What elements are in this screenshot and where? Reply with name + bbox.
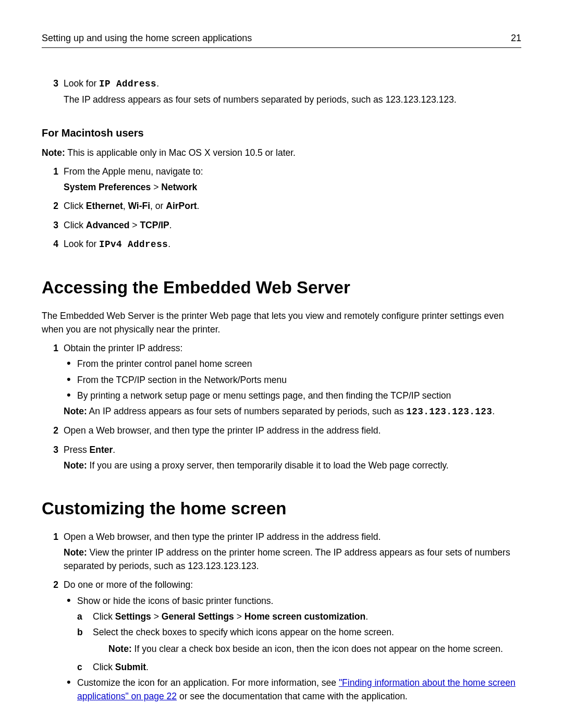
text: Click — [64, 220, 86, 230]
substep-b: b Select the check boxes to specify whic… — [77, 625, 521, 658]
list-item: From the printer control panel home scre… — [77, 357, 521, 371]
substep-a: a Click Settings > General Settings > Ho… — [77, 610, 521, 623]
step-body: From the Apple menu, navigate to: — [64, 165, 521, 178]
step-number: 4 — [46, 237, 64, 251]
button-submit-label: Submit — [115, 662, 146, 672]
path-segment: Home screen customization — [244, 611, 365, 622]
text: Click — [64, 201, 86, 211]
list-item: From the TCP/IP section in the Network/P… — [77, 373, 521, 387]
text: . — [169, 220, 172, 230]
text: . — [168, 239, 170, 249]
header-title: Setting up and using the home screen app… — [42, 31, 252, 45]
step-body: Click Advanced > TCP/IP. — [64, 218, 521, 232]
step-number: 3 — [46, 443, 64, 456]
mac-step-2: 2 Click Ethernet, Wi-Fi, or AirPort. — [46, 199, 521, 213]
path-segment: Advanced — [86, 220, 130, 230]
text: . — [156, 78, 159, 89]
mac-step-4: 4 Look for IPv4 Address. — [46, 237, 521, 251]
text: Press — [64, 445, 90, 455]
custom-step-2-bullets: Show or hide the icons of basic printer … — [64, 594, 521, 704]
note-label: Note: — [64, 406, 87, 416]
list-item: Show or hide the icons of basic printer … — [77, 594, 521, 674]
code-ip-address: IP Address — [99, 79, 156, 89]
heading-customizing-home: Customizing the home screen — [42, 496, 521, 522]
text: Select the check boxes to specify which … — [93, 627, 394, 637]
text: Look for — [64, 239, 99, 249]
text: Customize the icon for an application. F… — [77, 677, 339, 688]
text: . — [365, 611, 368, 622]
note-label: Note: — [64, 547, 87, 558]
path-segment: System Preferences — [64, 182, 151, 192]
code-ipv4-address: IPv4 Address — [99, 239, 168, 250]
text: . — [113, 445, 115, 455]
text: Look for — [64, 78, 99, 89]
note-text: View the printer IP address on the print… — [64, 547, 510, 571]
option-airport: AirPort — [166, 201, 197, 211]
separator: > — [151, 611, 162, 622]
letter: c — [77, 660, 93, 674]
text: , or — [150, 201, 166, 211]
step-number: 1 — [46, 341, 64, 355]
note-text: If you are using a proxy server, then te… — [87, 460, 449, 471]
step-body: Open a Web browser, and then type the pr… — [64, 424, 521, 437]
list-item: By printing a network setup page or menu… — [77, 389, 521, 402]
ews-intro: The Embedded Web Server is the printer W… — [42, 309, 521, 337]
mac-step-1-path: System Preferences > Network — [64, 180, 521, 194]
option-wifi: Wi-Fi — [128, 201, 151, 211]
text: Click — [93, 611, 115, 622]
heading-accessing-ews: Accessing the Embedded Web Server — [42, 275, 521, 301]
mac-step-1: 1 From the Apple menu, navigate to: — [46, 165, 521, 178]
option-ethernet: Ethernet — [86, 201, 123, 211]
custom-step-2: 2 Do one or more of the following: — [46, 578, 521, 591]
step-body: Click Ethernet, Wi-Fi, or AirPort. — [64, 199, 521, 213]
header-page-number: 21 — [511, 31, 521, 45]
mac-note: Note: This is applicable only in Mac OS … — [42, 146, 521, 159]
separator: > — [129, 220, 140, 230]
ews-step-1-bullets: From the printer control panel home scre… — [64, 357, 521, 402]
substep-c: c Click Submit. — [77, 660, 521, 674]
subheading-macintosh: For Macintosh users — [42, 125, 521, 141]
separator: > — [151, 182, 161, 192]
substep-body: Select the check boxes to specify which … — [93, 625, 521, 658]
text: Click — [93, 662, 115, 672]
code-ip-example: 123.123.123.123 — [406, 406, 492, 417]
step-body: Open a Web browser, and then type the pr… — [64, 530, 521, 544]
text: . — [492, 406, 495, 416]
mac-step-3: 3 Click Advanced > TCP/IP. — [46, 218, 521, 232]
note-label: Note: — [108, 644, 132, 654]
note-text: An IP address appears as four sets of nu… — [87, 406, 407, 416]
letter: b — [77, 625, 93, 658]
step-body: Obtain the printer IP address: — [64, 341, 521, 355]
path-segment: Settings — [115, 611, 151, 622]
step-number: 2 — [46, 578, 64, 591]
ews-step-3-note: Note: If you are using a proxy server, t… — [64, 459, 521, 472]
page-header: Setting up and using the home screen app… — [42, 31, 521, 48]
note-text: If you clear a check box beside an icon,… — [132, 644, 503, 654]
ews-step-1-note: Note: An IP address appears as four sets… — [64, 404, 521, 418]
path-segment: Network — [161, 182, 197, 192]
note-label: Note: — [42, 147, 65, 158]
text: , — [123, 201, 128, 211]
path-segment: General Settings — [162, 611, 234, 622]
ews-step-2: 2 Open a Web browser, and then type the … — [46, 424, 521, 437]
note-label: Note: — [64, 460, 87, 471]
list-item: Customize the icon for an application. F… — [77, 676, 521, 704]
substep-b-note: Note: If you clear a check box beside an… — [108, 642, 521, 656]
prev-step-desc: The IP address appears as four sets of n… — [64, 93, 521, 106]
note-text: This is applicable only in Mac OS X vers… — [65, 147, 296, 158]
step-number: 3 — [46, 77, 64, 91]
ews-step-1: 1 Obtain the printer IP address: — [46, 341, 521, 355]
letter: a — [77, 610, 93, 623]
step-number: 2 — [46, 424, 64, 437]
step-body: Look for IP Address. — [64, 77, 521, 91]
prev-step-3: 3 Look for IP Address. — [46, 77, 521, 91]
step-body: Do one or more of the following: — [64, 578, 521, 591]
substep-body: Click Submit. — [93, 660, 521, 674]
custom-step-1: 1 Open a Web browser, and then type the … — [46, 530, 521, 544]
separator: > — [234, 611, 244, 622]
step-body: Press Enter. — [64, 443, 521, 456]
substep-body: Click Settings > General Settings > Home… — [93, 610, 521, 623]
bullet-text: Show or hide the icons of basic printer … — [77, 596, 273, 606]
text: . — [197, 201, 200, 211]
step-number: 3 — [46, 218, 64, 232]
